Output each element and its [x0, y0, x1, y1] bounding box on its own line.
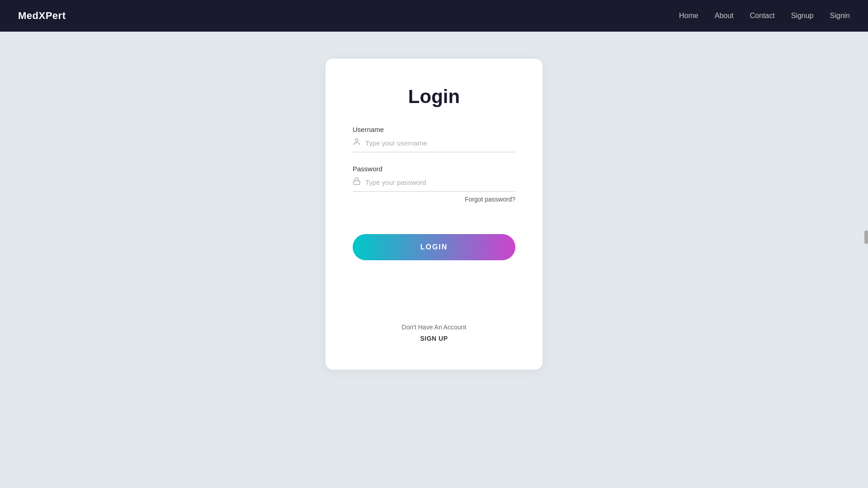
password-input[interactable] [365, 178, 515, 186]
username-group: Username [353, 126, 515, 152]
username-input[interactable] [365, 139, 515, 147]
forgot-password-container: Forgot password? [353, 195, 515, 203]
login-button[interactable]: LOGIN [353, 234, 515, 260]
nav-link-home[interactable]: Home [679, 12, 698, 20]
password-input-wrapper [353, 177, 515, 192]
password-group: Password Forgot password? [353, 165, 515, 203]
signup-prompt: Don't Have An Account [353, 324, 515, 331]
username-input-wrapper [353, 138, 515, 152]
main-content: Login Username Password [0, 32, 868, 488]
login-form: Username Password [353, 126, 515, 269]
signup-section: Don't Have An Account SIGN UP [353, 305, 515, 343]
password-label: Password [353, 165, 515, 173]
user-icon [353, 138, 361, 148]
username-label: Username [353, 126, 515, 133]
login-card: Login Username Password [326, 59, 542, 370]
nav-link-about[interactable]: About [715, 12, 734, 20]
navbar-links: Home About Contact Signup Signin [679, 12, 850, 20]
svg-rect-1 [354, 181, 360, 184]
svg-point-0 [355, 139, 358, 141]
scrollbar-indicator[interactable] [864, 230, 868, 244]
nav-link-signin[interactable]: Signin [830, 12, 850, 20]
login-title: Login [408, 86, 460, 108]
signup-link[interactable]: SIGN UP [420, 335, 448, 342]
lock-icon [353, 177, 361, 188]
forgot-password-link[interactable]: Forgot password? [465, 196, 515, 203]
navbar-brand[interactable]: MedXPert [18, 10, 66, 22]
navbar: MedXPert Home About Contact Signup Signi… [0, 0, 868, 32]
nav-link-contact[interactable]: Contact [750, 12, 775, 20]
nav-link-signup[interactable]: Signup [791, 12, 814, 20]
